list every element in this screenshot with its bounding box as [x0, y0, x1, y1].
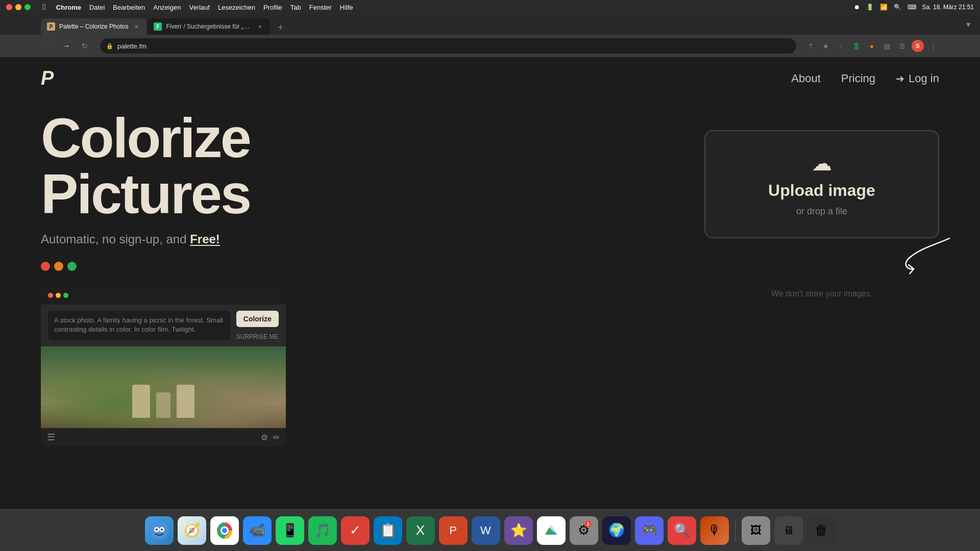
dock-safari[interactable]: 🧭 — [178, 516, 206, 545]
preview-dot-yellow — [56, 293, 61, 298]
menubar-profile[interactable]: Profile — [263, 4, 282, 11]
maximize-window-button[interactable] — [24, 4, 31, 10]
privacy-notice: We don't store your images. — [771, 289, 872, 298]
toolbar-settings-icon[interactable]: ⚙ — [261, 433, 268, 442]
surprise-button[interactable]: SURPRISE ME — [236, 333, 279, 340]
hero-subtitle: Automatic, no sign-up, and Free! — [41, 232, 684, 246]
dock-desktoppr[interactable]: 🖥 — [774, 516, 803, 545]
back-button[interactable]: ← — [41, 39, 55, 53]
tab-palette[interactable]: P Palette – Colorize Photos ✕ — [41, 18, 146, 35]
wallet-icon[interactable]: 💲 — [850, 40, 863, 52]
dock-preview[interactable]: 🖼 — [742, 516, 770, 545]
toolbar-menu-icon[interactable]: ☰ — [47, 432, 55, 443]
menubar-bearbeiten[interactable]: Bearbeiten — [113, 4, 145, 11]
menubar-search-icon[interactable]: 🔍 — [894, 4, 901, 11]
tab-title-palette: Palette – Colorize Photos — [59, 23, 128, 30]
menubar-record-icon: ⏺ — [854, 4, 860, 11]
dock-trello[interactable]: 📋 — [374, 516, 402, 545]
menubar-lesezeichen[interactable]: Lesezeichen — [218, 4, 255, 11]
close-window-button[interactable] — [6, 4, 12, 10]
dock-spotify[interactable]: 🎵 — [308, 516, 337, 545]
dock-whatsapp[interactable]: 📱 — [276, 516, 304, 545]
menubar-datei[interactable]: Datei — [89, 4, 105, 11]
more-menu-icon[interactable]: ⋮ — [927, 40, 939, 52]
svg-point-7 — [222, 528, 227, 533]
nav-bar: ← → ↻ 🔒 palette.fm ⇡ ★ 🊱 💲 ● ▤ ☰ S ⋮ — [0, 35, 980, 57]
app-preview-topbar — [41, 286, 286, 305]
sidebar-icon[interactable]: ☰ — [896, 40, 909, 52]
menubar-verlauf[interactable]: Verlauf — [189, 4, 209, 11]
shield-icon[interactable]: 🊱 — [835, 40, 847, 52]
dock-atracker[interactable]: ⭐ — [504, 516, 533, 545]
nav-pricing[interactable]: Pricing — [841, 72, 875, 85]
colorize-button[interactable]: Colorize — [236, 311, 279, 327]
dock-zoom[interactable]: 📹 — [243, 516, 272, 545]
hero-section: Colorize Pictures Automatic, no sign-up,… — [0, 99, 980, 509]
extension-icon[interactable]: ● — [866, 40, 878, 52]
dock-googledrive[interactable] — [537, 516, 566, 545]
upload-sublabel: or drop a file — [796, 206, 847, 217]
website: P About Pricing ➔ Log in Colorize Pictur… — [0, 57, 980, 509]
site-logo[interactable]: P — [41, 67, 53, 89]
app-preview-image — [41, 346, 286, 428]
dock-chrome[interactable] — [210, 516, 239, 545]
svg-point-3 — [156, 529, 158, 531]
dock-powerpoint[interactable]: P — [439, 516, 468, 545]
menubar-tab[interactable]: Tab — [290, 4, 301, 11]
login-button[interactable]: ➔ Log in — [896, 72, 939, 85]
minimize-window-button[interactable] — [15, 4, 21, 10]
tab-close-palette[interactable]: ✕ — [132, 22, 140, 31]
forward-button[interactable]: → — [59, 39, 74, 53]
menubar-keyboard-icon: ⌨ — [908, 4, 916, 11]
dock-systemprefs[interactable]: ⚙ 1 — [570, 516, 598, 545]
tab-close-fiverr[interactable]: ✕ — [256, 22, 264, 31]
share-icon[interactable]: ⇡ — [804, 40, 817, 52]
dock-claquette[interactable]: 🌍 — [602, 516, 631, 545]
dock-trash[interactable]: 🗑 — [807, 516, 836, 545]
upload-cloud-icon: ☁ — [812, 152, 832, 175]
dock-excel[interactable]: X — [406, 516, 435, 545]
upload-label: Upload image — [768, 181, 875, 200]
puzzle-icon[interactable]: ▤ — [881, 40, 893, 52]
upload-area[interactable]: ☁ Upload image or drop a file — [704, 130, 939, 238]
nav-about[interactable]: About — [791, 72, 821, 85]
preview-dot-green — [63, 293, 68, 298]
dock-quickradio[interactable]: 🔍 — [668, 516, 696, 545]
tab-bar: P Palette – Colorize Photos ✕ F Fiverr /… — [0, 14, 980, 35]
new-tab-button[interactable]: + — [273, 20, 287, 35]
menubar-hilfe[interactable]: Hilfe — [340, 4, 353, 11]
toolbar-right-icons: ⚙ ✏ — [261, 433, 280, 442]
dock-ferrite[interactable]: 🎙 — [700, 516, 729, 545]
bookmark-star-icon[interactable]: ★ — [820, 40, 832, 52]
tab-list-icon[interactable]: ▼ — [965, 20, 972, 29]
toolbar-edit-icon[interactable]: ✏ — [273, 433, 280, 442]
dock-todoist[interactable]: ✓ — [341, 516, 370, 545]
address-bar[interactable]: 🔒 palette.fm — [100, 38, 796, 54]
hero-title: Colorize Pictures — [41, 110, 684, 222]
menubar-fenster[interactable]: Fenster — [309, 4, 332, 11]
hero-subtitle-text: Automatic, no sign-up, and — [41, 232, 190, 246]
menubar-chrome[interactable]: Chrome — [56, 4, 81, 11]
profile-avatar[interactable]: S — [912, 40, 924, 52]
site-header: P About Pricing ➔ Log in — [0, 57, 980, 99]
traffic-lights[interactable] — [6, 4, 31, 10]
dock-finder[interactable] — [145, 516, 174, 545]
menubar:  Chrome Datei Bearbeiten Anzeigen Verla… — [0, 0, 980, 14]
apple-menu[interactable]:  — [43, 3, 46, 12]
app-preview: A stock photo. A family having a picnic … — [41, 286, 286, 446]
hero-left: Colorize Pictures Automatic, no sign-up,… — [41, 110, 684, 509]
tab-fiverr[interactable]: F Fiverr / Suchergebnisse für „b… ✕ — [148, 18, 270, 35]
reload-button[interactable]: ↻ — [78, 39, 92, 53]
dock-discord[interactable]: 🎮 — [635, 516, 664, 545]
menubar-right: ⏺ 🔋 📶 🔍 ⌨ Sa. 18. März 21:51 — [854, 4, 974, 11]
preview-figure-2 — [156, 392, 170, 418]
app-prompt-text: A stock photo. A family having a picnic … — [54, 316, 223, 333]
tab-favicon-palette: P — [47, 22, 55, 31]
hero-title-line1: Colorize — [41, 106, 250, 169]
app-prompt-area[interactable]: A stock photo. A family having a picnic … — [48, 311, 230, 340]
menubar-anzeigen[interactable]: Anzeigen — [153, 4, 181, 11]
dock-word[interactable]: W — [472, 516, 500, 545]
app-preview-traffic-lights — [48, 293, 68, 298]
url-text: palette.fm — [117, 42, 790, 50]
login-arrow-icon: ➔ — [896, 72, 904, 85]
